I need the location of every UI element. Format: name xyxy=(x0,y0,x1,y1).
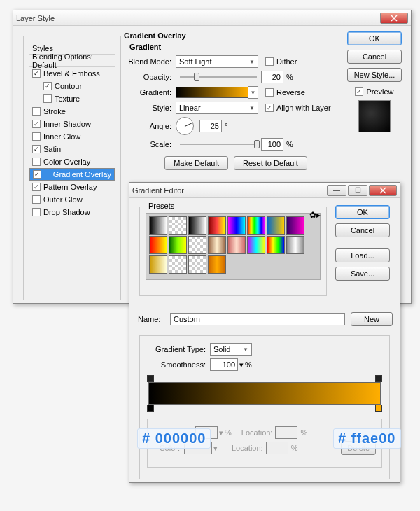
style-item-inner-shadow[interactable]: Inner Shadow xyxy=(29,118,115,130)
gradient-type-row: Gradient Type: Solid▼ xyxy=(146,342,384,357)
scale-row: Scale: 100 % xyxy=(124,136,348,152)
preset-swatch[interactable] xyxy=(208,236,226,254)
new-button[interactable]: New xyxy=(351,312,393,326)
style-item-checkbox[interactable] xyxy=(32,132,41,141)
gradient-bar-area xyxy=(148,382,381,405)
preset-swatch[interactable] xyxy=(267,216,285,234)
preset-swatch[interactable] xyxy=(286,216,304,234)
cancel-button[interactable]: Cancel xyxy=(335,223,390,237)
scale-slider[interactable] xyxy=(180,139,257,149)
cancel-button[interactable]: Cancel xyxy=(347,50,402,64)
close-icon[interactable] xyxy=(369,185,397,196)
style-item-checkbox[interactable] xyxy=(32,145,41,153)
style-item-checkbox[interactable] xyxy=(32,120,41,128)
style-item-checkbox[interactable] xyxy=(43,82,52,90)
angle-dial[interactable] xyxy=(176,117,194,135)
new-style-button[interactable]: New Style... xyxy=(347,68,402,82)
dither-checkbox[interactable] xyxy=(265,57,274,66)
preset-swatch[interactable] xyxy=(267,236,285,254)
blendmode-label: Blend Mode: xyxy=(124,57,176,66)
blending-options-row[interactable]: Blending Options: Default xyxy=(29,55,115,67)
ok-button[interactable]: OK xyxy=(335,205,390,219)
color-stop-left[interactable] xyxy=(147,405,154,412)
preset-swatch[interactable] xyxy=(247,236,265,254)
save-button[interactable]: Save... xyxy=(335,267,390,281)
defaults-row: Make Default Reset to Default xyxy=(124,156,348,170)
preset-swatch[interactable] xyxy=(169,216,187,234)
preset-swatch[interactable] xyxy=(208,255,226,274)
minimize-icon[interactable]: — xyxy=(327,185,346,196)
name-input[interactable]: Custom xyxy=(170,313,345,326)
blendmode-row: Blend Mode: Soft Light▼ Dither xyxy=(124,54,348,69)
scale-input[interactable]: 100 xyxy=(261,138,284,150)
align-label: Align with Layer xyxy=(276,104,331,112)
style-item-checkbox[interactable] xyxy=(32,208,41,216)
style-item-checkbox[interactable] xyxy=(32,107,41,115)
style-item-checkbox[interactable] xyxy=(32,183,41,191)
align-checkbox[interactable] xyxy=(265,104,274,112)
style-item-checkbox[interactable] xyxy=(32,69,41,78)
preset-swatch[interactable] xyxy=(286,236,304,254)
color-stop-right[interactable] xyxy=(375,405,382,412)
ok-button[interactable]: OK xyxy=(347,31,402,46)
close-icon[interactable] xyxy=(380,13,408,24)
style-item-checkbox[interactable] xyxy=(43,94,52,103)
gradient-picker-caret[interactable]: ▼ xyxy=(248,86,258,99)
chevron-down-icon: ▾ xyxy=(214,444,218,453)
reset-default-button[interactable]: Reset to Default xyxy=(234,156,307,170)
gradient-overlay-section: Gradient Overlay Gradient Blend Mode: So… xyxy=(124,31,348,170)
preset-swatch[interactable] xyxy=(188,216,206,234)
style-item-satin[interactable]: Satin xyxy=(29,143,115,155)
gradient-type-select[interactable]: Solid▼ xyxy=(210,343,252,356)
angle-input[interactable]: 25 xyxy=(200,120,222,132)
preset-swatch[interactable] xyxy=(149,255,167,274)
preset-swatch[interactable] xyxy=(169,255,187,274)
preset-swatch[interactable] xyxy=(149,216,167,234)
opacity-stop-right[interactable] xyxy=(375,375,382,382)
style-item-drop-shadow[interactable]: Drop Shadow xyxy=(29,206,115,218)
gradient-bar[interactable] xyxy=(148,382,381,405)
dither-label: Dither xyxy=(276,57,297,66)
reverse-checkbox[interactable] xyxy=(265,88,274,97)
maximize-icon[interactable]: ☐ xyxy=(348,185,368,196)
gradient-editor-buttons: OK Cancel Load... Save... xyxy=(335,205,393,285)
style-item-outer-glow[interactable]: Outer Glow xyxy=(29,193,115,206)
style-item-gradient-overlay[interactable]: Gradient Overlay xyxy=(29,168,115,181)
preset-swatch[interactable] xyxy=(149,236,167,254)
style-item-checkbox[interactable] xyxy=(33,170,41,178)
style-item-label: Stroke xyxy=(43,107,66,115)
preset-swatch[interactable] xyxy=(208,216,226,234)
style-item-inner-glow[interactable]: Inner Glow xyxy=(29,130,115,143)
gear-icon[interactable]: ✿▸ xyxy=(309,210,321,220)
style-item-color-overlay[interactable]: Color Overlay xyxy=(29,155,115,168)
load-button[interactable]: Load... xyxy=(335,248,390,262)
style-item-stroke[interactable]: Stroke xyxy=(29,105,115,118)
opacity-input[interactable]: 20 xyxy=(261,71,284,83)
preset-swatch[interactable] xyxy=(188,236,206,254)
preset-swatch[interactable] xyxy=(227,216,246,234)
preset-swatch[interactable] xyxy=(169,236,187,254)
presets-grid xyxy=(146,213,321,280)
style-item-pattern-overlay[interactable]: Pattern Overlay xyxy=(29,181,115,193)
style-item-checkbox[interactable] xyxy=(32,158,41,166)
gradient-editor-titlebar[interactable]: Gradient Editor — ☐ xyxy=(130,183,400,198)
opacity-stop-left[interactable] xyxy=(147,375,154,382)
style-item-bevel-emboss[interactable]: Bevel & Emboss xyxy=(29,67,115,80)
preset-swatch[interactable] xyxy=(188,255,206,274)
style-item-texture[interactable]: Texture xyxy=(29,92,115,105)
make-default-button[interactable]: Make Default xyxy=(164,156,228,170)
preset-swatch[interactable] xyxy=(247,216,265,234)
style-select[interactable]: Linear▼ xyxy=(176,102,258,114)
style-item-checkbox[interactable] xyxy=(32,195,41,204)
smoothness-input[interactable]: 100 xyxy=(210,358,238,371)
chevron-down-icon[interactable]: ▾ xyxy=(239,360,244,370)
preview-checkbox[interactable] xyxy=(355,88,363,96)
style-item-contour[interactable]: Contour xyxy=(29,80,115,92)
layer-style-titlebar[interactable]: Layer Style xyxy=(13,10,411,26)
preset-swatch[interactable] xyxy=(227,236,246,254)
gradient-define-group: Gradient Type: Solid▼ Smoothness: 100 ▾ … xyxy=(139,335,390,479)
opacity-slider[interactable] xyxy=(180,72,257,82)
blendmode-select[interactable]: Soft Light▼ xyxy=(176,55,258,68)
chevron-down-icon: ▼ xyxy=(249,59,255,65)
gradient-picker[interactable] xyxy=(176,87,248,98)
